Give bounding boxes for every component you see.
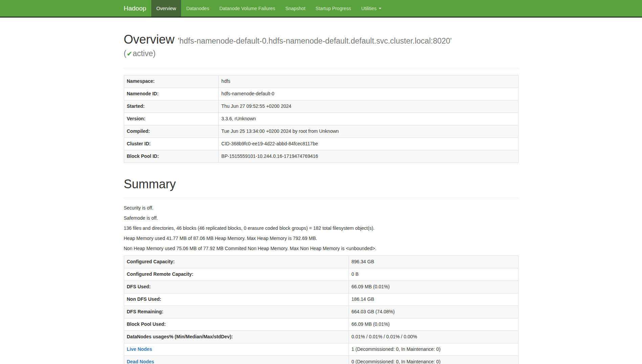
hadoop-brand-link[interactable]: Hadoop <box>124 0 152 17</box>
row-value: 0 B <box>349 268 518 281</box>
summary-divider <box>124 198 518 198</box>
table-row: Dead Nodes 0 (Decommissioned: 0, In Main… <box>124 356 518 364</box>
status-close-paren: ) <box>153 49 156 58</box>
row-value: hdfs <box>219 75 518 88</box>
check-icon: ✔ <box>126 50 133 57</box>
table-row: Configured Remote Capacity: 0 B <box>124 268 518 281</box>
nav-dropdown-utilities[interactable]: Utilities <box>356 0 386 17</box>
heap-memory-text: Heap Memory used 41.77 MB of 87.06 MB He… <box>124 235 518 242</box>
safemode-status-text: Safemode is off. <box>124 215 518 222</box>
row-label: DataNodes usages% (Min/Median/Max/stdDev… <box>124 331 349 343</box>
row-label: Block Pool ID: <box>124 150 219 163</box>
dead-nodes-link[interactable]: Dead Nodes <box>127 359 154 364</box>
row-value: 664.03 GB (74.08%) <box>349 306 518 318</box>
row-value: BP-1515559101-10.244.0.16-1719474769416 <box>219 150 518 163</box>
page-title: Overview 'hdfs-namenode-default-0.hdfs-n… <box>124 32 518 61</box>
nav-tab-datanode-volume-failures[interactable]: Datanode Volume Failures <box>214 0 280 17</box>
nav-tab-snapshot-label: Snapshot <box>285 6 305 11</box>
table-row: Live Nodes 1 (Decommissioned: 0, In Main… <box>124 343 518 356</box>
non-heap-memory-text: Non Heap Memory used 75.06 MB of 77.92 M… <box>124 245 518 252</box>
row-value: 896.34 GB <box>349 256 518 268</box>
nav-tab-datanodes-label: Datanodes <box>186 6 209 11</box>
table-row: Block Pool Used: 66.09 MB (0.01%) <box>124 318 518 331</box>
row-label: Compiled: <box>124 125 219 138</box>
status-label: active <box>133 49 153 58</box>
row-value: 0.01% / 0.01% / 0.01% / 0.00% <box>349 331 518 343</box>
overview-table: Namespace: hdfs Namenode ID: hdfs-nameno… <box>124 75 518 163</box>
navbar-container: Hadoop Overview Datanodes Datanode Volum… <box>119 0 524 17</box>
table-row: DFS Remaining: 664.03 GB (74.08%) <box>124 306 518 318</box>
row-value: 66.09 MB (0.01%) <box>349 281 518 293</box>
table-row: Non DFS Used: 186.14 GB <box>124 293 518 306</box>
row-label: Block Pool Used: <box>124 318 349 331</box>
row-label: Cluster ID: <box>124 138 219 150</box>
row-value: 66.09 MB (0.01%) <box>349 318 518 331</box>
nav-tab-snapshot[interactable]: Snapshot <box>280 0 310 17</box>
row-value: 3.3.6, rUnknown <box>219 113 518 125</box>
security-status-text: Security is off. <box>124 205 518 212</box>
nav-tab-startup-progress-label: Startup Progress <box>315 6 351 11</box>
table-row: DataNodes usages% (Min/Median/Max/stdDev… <box>124 331 518 343</box>
table-row: Namenode ID: hdfs-namenode-default-0 <box>124 88 518 100</box>
namenode-state: (✔active) <box>124 46 518 61</box>
row-label: Live Nodes <box>124 343 349 356</box>
table-row: Block Pool ID: BP-1515559101-10.244.0.16… <box>124 150 518 163</box>
nav-dropdown-utilities-label: Utilities <box>361 6 376 11</box>
namenode-address: 'hdfs-namenode-default-0.hdfs-namenode-d… <box>178 37 452 45</box>
live-nodes-link[interactable]: Live Nodes <box>127 346 152 352</box>
row-value: CID-368b9fc0-ee19-4d22-abbd-84fcec8117be <box>219 138 518 150</box>
row-label: Version: <box>124 113 219 125</box>
namenode-address-text: 'hdfs-namenode-default-0.hdfs-namenode-d… <box>178 37 452 45</box>
caret-down-icon <box>379 8 381 9</box>
table-row: Configured Capacity: 896.34 GB <box>124 256 518 268</box>
row-value: Thu Jun 27 09:52:55 +0200 2024 <box>219 100 518 113</box>
row-label: Started: <box>124 100 219 113</box>
table-row: Version: 3.3.6, rUnknown <box>124 113 518 125</box>
row-value: 0 (Decommissioned: 0, In Maintenance: 0) <box>349 356 518 364</box>
row-value: hdfs-namenode-default-0 <box>219 88 518 100</box>
nav-tab-datanode-volume-failures-label: Datanode Volume Failures <box>219 6 275 11</box>
row-label: Namenode ID: <box>124 88 219 100</box>
top-navbar: Hadoop Overview Datanodes Datanode Volum… <box>0 0 642 18</box>
table-row: Namespace: hdfs <box>124 75 518 88</box>
title-divider <box>124 68 518 68</box>
row-label: Configured Remote Capacity: <box>124 268 349 281</box>
table-row: Compiled: Tue Jun 25 13:34:00 +0200 2024… <box>124 125 518 138</box>
navbar-menu: Overview Datanodes Datanode Volume Failu… <box>151 0 386 17</box>
row-value: 186.14 GB <box>349 293 518 306</box>
nav-tab-datanodes[interactable]: Datanodes <box>181 0 214 17</box>
nav-tab-overview-label: Overview <box>156 6 176 11</box>
page-title-text: Overview <box>124 32 175 46</box>
nav-tab-startup-progress[interactable]: Startup Progress <box>310 0 356 17</box>
row-value: 1 (Decommissioned: 0, In Maintenance: 0) <box>349 343 518 356</box>
table-row: Cluster ID: CID-368b9fc0-ee19-4d22-abbd-… <box>124 138 518 150</box>
row-value: Tue Jun 25 13:34:00 +0200 2024 by root f… <box>219 125 518 138</box>
filesystem-objects-text: 136 files and directories, 46 blocks (46… <box>124 225 518 232</box>
summary-title: Summary <box>124 177 518 191</box>
row-label: Configured Capacity: <box>124 256 349 268</box>
table-row: DFS Used: 66.09 MB (0.01%) <box>124 281 518 293</box>
nav-tab-overview[interactable]: Overview <box>151 0 181 17</box>
summary-paragraphs: Security is off. Safemode is off. 136 fi… <box>124 205 518 252</box>
main-content: Overview 'hdfs-namenode-default-0.hdfs-n… <box>119 32 524 364</box>
row-label: Non DFS Used: <box>124 293 349 306</box>
row-label: DFS Remaining: <box>124 306 349 318</box>
table-row: Started: Thu Jun 27 09:52:55 +0200 2024 <box>124 100 518 113</box>
row-label: Namespace: <box>124 75 219 88</box>
row-label: Dead Nodes <box>124 356 349 364</box>
summary-table: Configured Capacity: 896.34 GB Configure… <box>124 256 518 364</box>
row-label: DFS Used: <box>124 281 349 293</box>
